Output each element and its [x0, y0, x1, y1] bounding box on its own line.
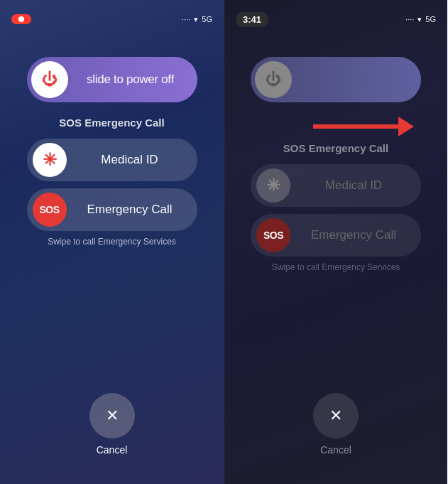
- recording-dot: [18, 16, 24, 22]
- right-sos-icon-circle: SOS: [256, 218, 290, 252]
- right-medical-icon-circle: ✳: [256, 168, 290, 203]
- right-wifi-icon: ▾: [417, 15, 422, 24]
- right-medical-id-button[interactable]: ✳ Medical ID: [251, 164, 421, 207]
- right-slider-knob[interactable]: ⏻: [255, 61, 292, 98]
- power-slider[interactable]: ⏻ slide to power off: [27, 57, 197, 102]
- medical-id-button[interactable]: ✳ Medical ID: [27, 139, 197, 181]
- cancel-circle[interactable]: ✕: [89, 393, 135, 439]
- right-cancel-button[interactable]: ✕ Cancel: [313, 393, 359, 456]
- cancel-button[interactable]: ✕ Cancel: [89, 393, 135, 456]
- right-power-icon: ⏻: [266, 70, 281, 89]
- medical-id-label: Medical ID: [67, 153, 193, 167]
- right-time: 3:41: [236, 12, 268, 27]
- right-swipe-hint-text: Swipe to call Emergency Services: [272, 262, 400, 272]
- right-sos-title-area: SOS Emergency Call: [251, 142, 421, 154]
- right-cancel-label: Cancel: [320, 444, 351, 456]
- left-wifi-icon: ▾: [194, 15, 198, 24]
- sos-label: Emergency Call: [67, 203, 193, 217]
- right-status-bar: 3:41 ···· ▾ 5G: [224, 0, 447, 31]
- sos-emergency-button[interactable]: SOS Emergency Call: [27, 188, 197, 231]
- swipe-hint-text: Swipe to call Emergency Services: [48, 237, 176, 247]
- right-cancel-x-icon: ✕: [329, 407, 342, 425]
- left-status-icons: ···· ▾ 5G: [182, 15, 212, 24]
- left-signal: 5G: [202, 15, 212, 23]
- right-signal: 5G: [425, 15, 436, 23]
- cancel-x-icon: ✕: [106, 407, 119, 425]
- right-medical-asterisk-icon: ✳: [266, 176, 280, 195]
- left-dots: ····: [182, 15, 190, 23]
- medical-asterisk-icon: ✳: [43, 150, 57, 170]
- slider-knob[interactable]: ⏻: [31, 61, 68, 98]
- right-power-slider[interactable]: ⏻: [251, 57, 421, 102]
- left-sos-title-area: SOS Emergency Call: [27, 117, 197, 129]
- left-sos-title: SOS Emergency Call: [27, 117, 197, 129]
- left-status-bar: ···· ▾ 5G: [0, 0, 224, 31]
- sos-badge: SOS: [39, 204, 59, 215]
- right-sos-badge: SOS: [263, 230, 283, 241]
- slider-label: slide to power off: [68, 72, 193, 87]
- right-medical-id-label: Medical ID: [290, 178, 417, 193]
- right-status-icons: ···· ▾ 5G: [405, 15, 436, 24]
- left-phone-screen: ···· ▾ 5G ⏻ slide to power off SOS Emerg…: [0, 0, 224, 484]
- arrow-line: [313, 124, 398, 129]
- right-dots: ····: [405, 15, 414, 23]
- right-sos-emergency-button[interactable]: SOS Emergency Call: [251, 214, 421, 257]
- recording-indicator: [11, 14, 31, 24]
- cancel-label: Cancel: [97, 444, 128, 456]
- medical-icon-circle: ✳: [33, 143, 67, 177]
- sos-icon-circle: SOS: [33, 193, 67, 227]
- right-arrow: [313, 117, 414, 136]
- arrow-container: [251, 117, 421, 136]
- power-icon: ⏻: [42, 70, 58, 89]
- right-cancel-circle[interactable]: ✕: [313, 393, 359, 439]
- right-phone-screen: 3:41 ···· ▾ 5G ⏻ SOS Emergency Call ✳ Me…: [224, 0, 447, 484]
- arrow-head: [398, 117, 414, 136]
- right-sos-title: SOS Emergency Call: [251, 142, 421, 154]
- right-sos-label: Emergency Call: [290, 228, 417, 242]
